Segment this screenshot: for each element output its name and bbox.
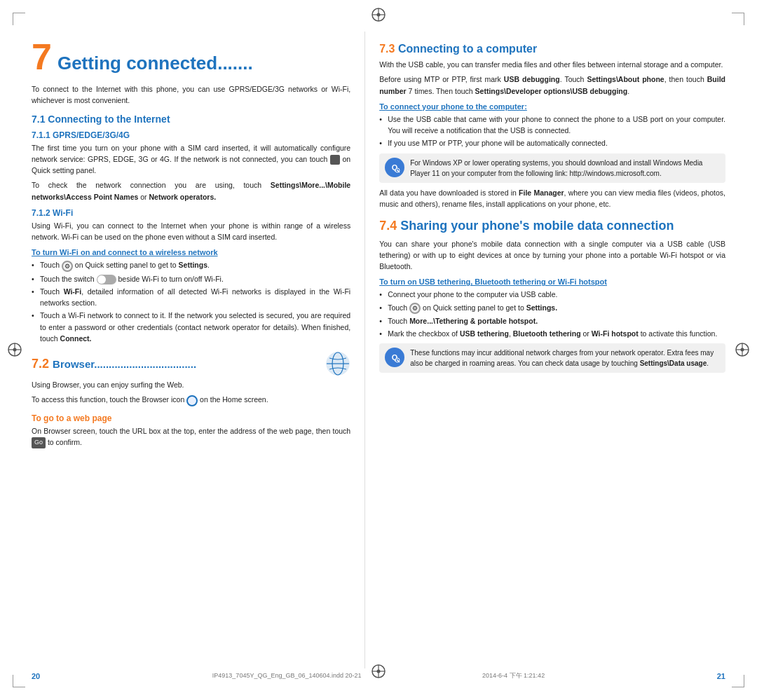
- note-text-2: These functions may incur additional net…: [410, 348, 720, 369]
- wifi-bullet-3: Touch Wi-Fi, detailed information of all…: [32, 286, 350, 309]
- section-73-heading: 7.3 Connecting to a computer: [379, 43, 725, 55]
- page-footer: 20 IP4913_7045Y_QG_Eng_GB_06_140604.indd…: [32, 671, 725, 680]
- connect-bullet-2: If you use MTP or PTP, your phone will b…: [379, 137, 725, 149]
- tethering-heading: To turn on USB tethering, Bluetooth teth…: [379, 277, 725, 286]
- tethering-bullet-1: Connect your phone to the computer via U…: [379, 289, 725, 300]
- svg-point-3: [377, 13, 381, 17]
- webpage-heading: To go to a web page: [32, 413, 350, 423]
- svg-point-11: [741, 348, 744, 351]
- settings-gear-icon-2: ⚙: [409, 303, 421, 314]
- chapter-title: Getting connected.......: [57, 53, 253, 74]
- section-72-wrapper: 7.2 Browser.............................…: [32, 351, 350, 376]
- intro-text: To connect to the Internet with this pho…: [32, 83, 350, 107]
- page-number-left: 20: [32, 672, 40, 680]
- wifi-turn-on-heading: To turn Wi-Fi on and connect to a wirele…: [32, 248, 350, 256]
- compass-top-icon: [371, 7, 386, 24]
- section-74-heading: 7.4 Sharing your phone's mobile data con…: [379, 218, 725, 234]
- tethering-bullets: Connect your phone to the computer via U…: [379, 289, 725, 339]
- s72-body: To access this function, touch the Brows…: [32, 394, 350, 406]
- connect-bullet-1: Use the USB cable that came with your ph…: [379, 114, 725, 137]
- right-column: 7.3 Connecting to a computer With the US…: [364, 32, 725, 668]
- s74-body: You can share your phone's mobile data c…: [379, 238, 725, 273]
- corner-mark-br: [732, 675, 744, 687]
- compass-right-icon: [735, 342, 750, 359]
- toggle-switch-icon: [97, 275, 116, 284]
- browser-globe-icon: [325, 351, 350, 376]
- note-icon-2: Q: [385, 348, 404, 367]
- wifi-bullet-2: Touch the switch beside Wi-Fi to turn on…: [32, 273, 350, 284]
- svg-point-7: [13, 348, 17, 351]
- left-column: 7 Getting connected....... To connect to…: [32, 32, 364, 668]
- corner-mark-bl: [13, 675, 25, 687]
- note-text-1: For Windows XP or lower operating system…: [410, 158, 720, 179]
- webpage-body: On Browser screen, touch the URL box at …: [32, 425, 350, 448]
- settings-gear-icon-1: ⚙: [62, 261, 73, 272]
- section-71-heading: 7.1 Connecting to the Internet: [32, 114, 350, 125]
- s712-body: Using Wi-Fi, you can connect to the Inte…: [32, 220, 350, 243]
- page-number-right: 21: [717, 672, 725, 680]
- connect-heading: To connect your phone to the computer:: [379, 102, 725, 111]
- tethering-bullet-3: Touch More...\Tethering & portable hotsp…: [379, 315, 725, 327]
- s73-body3: All data you have downloaded is stored i…: [379, 187, 725, 210]
- note-box-1: Q For Windows XP or lower operating syst…: [379, 153, 725, 183]
- s73-body2: Before using MTP or PTP, first mark USB …: [379, 74, 725, 97]
- footer-file-info: IP4913_7045Y_QG_Eng_GB_06_140604.indd 20…: [212, 671, 545, 680]
- wifi-bullet-4: Touch a Wi-Fi network to connect to it. …: [32, 310, 350, 344]
- connect-bullets: Use the USB cable that came with your ph…: [379, 114, 725, 149]
- tethering-bullet-2: Touch ⚙ on Quick setting panel to get to…: [379, 302, 725, 314]
- chapter-number: 7: [32, 39, 52, 75]
- chapter-heading: 7 Getting connected.......: [32, 39, 350, 75]
- s72-sub: Using Browser, you can enjoy surfing the…: [32, 379, 350, 390]
- note-icon-1: Q: [385, 158, 404, 177]
- s711-body2: To check the network connection you are …: [32, 179, 350, 203]
- section-711-heading: 7.1.1 GPRS/EDGE/3G/4G: [32, 130, 350, 140]
- corner-mark-tr: [732, 13, 744, 25]
- s711-body1: The first time you turn on your phone wi…: [32, 142, 350, 177]
- wifi-bullet-1: Touch ⚙ on Quick setting panel to get to…: [32, 259, 350, 271]
- wifi-bullets: Touch ⚙ on Quick setting panel to get to…: [32, 259, 350, 344]
- s72-number: 7.2: [32, 357, 49, 371]
- s73-body1: With the USB cable, you can transfer med…: [379, 59, 725, 70]
- tethering-bullet-4: Mark the checkbox of USB tethering, Blue…: [379, 328, 725, 339]
- compass-left-icon: [7, 342, 22, 359]
- go-button-icon: Go: [32, 437, 46, 448]
- section-72-heading-text: 7.2 Browser.............................…: [32, 357, 196, 371]
- corner-mark-tl: [13, 13, 25, 25]
- section-712-heading: 7.1.2 Wi-Fi: [32, 208, 350, 218]
- s72-dots-title: Browser.................................…: [53, 358, 196, 370]
- note-box-2: Q These functions may incur additional n…: [379, 343, 725, 373]
- page: 7 Getting connected....... To connect to…: [0, 0, 757, 700]
